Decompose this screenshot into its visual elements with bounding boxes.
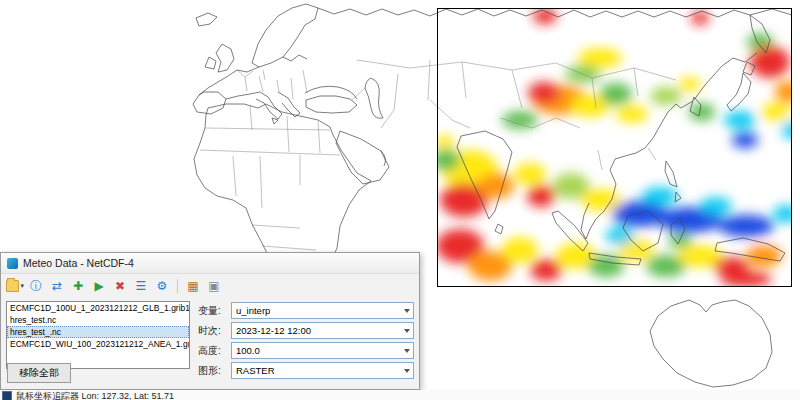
field-row-graphic: 图形: RASTER xyxy=(198,362,414,379)
chevron-down-icon xyxy=(404,349,410,353)
chart-icon[interactable]: ▦ xyxy=(184,277,202,295)
status-bar: 鼠标坐标追踪器 Lon: 127.32, Lat: 51.71 xyxy=(0,390,800,400)
file-list-item[interactable]: hres_test.nc xyxy=(7,314,189,326)
list-icon[interactable]: ☰ xyxy=(132,277,150,295)
variable-label: 变量: xyxy=(198,304,226,318)
field-row-level: 高度: 100.0 xyxy=(198,342,414,359)
level-select[interactable]: 100.0 xyxy=(231,342,414,359)
graphic-label: 图形: xyxy=(198,364,226,378)
swap-arrows-icon[interactable]: ⇄ xyxy=(48,277,66,295)
level-value: 100.0 xyxy=(236,345,260,356)
open-folder-button[interactable]: ▾ xyxy=(6,277,24,295)
run-icon[interactable]: ▶ xyxy=(90,277,108,295)
open-folder-icon xyxy=(6,280,19,292)
chevron-down-icon xyxy=(404,369,410,373)
file-list-item[interactable]: ECMFC1D_WIU_100_2023121212_ANEA_1.grib1 xyxy=(7,338,189,350)
toolbar-separator xyxy=(177,279,178,293)
window-titlebar[interactable]: Meteo Data - NetCDF-4 xyxy=(1,253,419,274)
app-icon xyxy=(7,258,18,269)
graphic-value: RASTER xyxy=(236,365,275,376)
info-icon[interactable]: ⓘ xyxy=(27,277,45,295)
add-icon[interactable]: ✚ xyxy=(69,277,87,295)
field-row-variable: 变量: u_interp xyxy=(198,302,414,319)
settings-icon[interactable]: ⚙ xyxy=(153,277,171,295)
status-app-icon xyxy=(2,391,12,400)
dropdown-arrow-icon: ▾ xyxy=(20,282,24,290)
raster-overlay xyxy=(432,8,800,287)
delete-icon[interactable]: ✖ xyxy=(111,277,129,295)
time-label: 时次: xyxy=(198,324,226,338)
file-list[interactable]: ECMFC1D_100U_1_2023121212_GLB_1.grib1 hr… xyxy=(6,301,190,369)
window-title: Meteo Data - NetCDF-4 xyxy=(23,257,134,269)
variable-value: u_interp xyxy=(236,305,270,316)
file-list-item[interactable]: ECMFC1D_100U_1_2023121212_GLB_1.grib1 xyxy=(7,302,189,314)
variable-select[interactable]: u_interp xyxy=(231,302,414,319)
image-icon[interactable]: ▣ xyxy=(205,277,223,295)
graphic-select[interactable]: RASTER xyxy=(231,362,414,379)
remove-all-button[interactable]: 移除全部 xyxy=(7,363,71,383)
window-toolbar: ▾ ⓘ ⇄ ✚ ▶ ✖ ☰ ⚙ ▦ ▣ xyxy=(1,274,419,298)
chevron-down-icon xyxy=(404,329,410,333)
status-text: 鼠标坐标追踪器 Lon: 127.32, Lat: 51.71 xyxy=(16,391,174,400)
level-label: 高度: xyxy=(198,344,226,358)
time-select[interactable]: 2023-12-12 12:00 xyxy=(231,322,414,339)
meteo-data-window: Meteo Data - NetCDF-4 ▾ ⓘ ⇄ ✚ ▶ ✖ ☰ ⚙ ▦ … xyxy=(0,252,420,390)
field-row-time: 时次: 2023-12-12 12:00 xyxy=(198,322,414,339)
raster-extent-border xyxy=(438,9,792,287)
time-value: 2023-12-12 12:00 xyxy=(236,325,311,336)
desktop: Meteo Data - NetCDF-4 ▾ ⓘ ⇄ ✚ ▶ ✖ ☰ ⚙ ▦ … xyxy=(0,0,800,400)
chevron-down-icon xyxy=(404,309,410,313)
field-panel: 变量: u_interp 时次: 2023-12-12 12:00 高度: xyxy=(198,301,414,379)
file-list-item-selected[interactable]: hres_test_.nc xyxy=(7,326,189,338)
